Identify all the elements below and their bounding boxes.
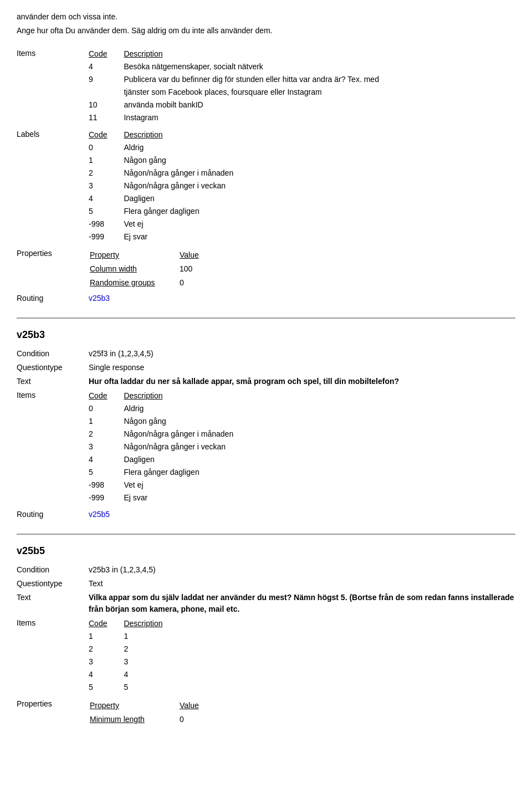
section-v25b3: v25b3 Condition v25f3 in (1,2,3,4,5) Que…	[17, 327, 515, 520]
v25b3-condition-row: Condition v25f3 in (1,2,3,4,5)	[17, 348, 515, 360]
code-cell: 5	[89, 466, 124, 479]
labels-table: Code Description 0Aldrig1Någon gång2Någo…	[89, 129, 244, 243]
v25b3-questiontype-label: Questiontype	[17, 362, 89, 373]
description-cell: 2	[124, 643, 173, 656]
table-row: 55	[89, 681, 174, 694]
v25b5-condition-value: v25b3 in (1,2,3,4,5)	[89, 564, 515, 576]
table-row: 1Någon gång	[89, 154, 244, 167]
items-header-code: Code	[89, 48, 124, 60]
code-cell: 0	[89, 141, 124, 154]
v25b3-routing-content: v25b5	[89, 509, 515, 520]
v25b5-items-label: Items	[17, 617, 89, 696]
table-row: 4Dagligen	[89, 453, 244, 466]
table-row: Minimum length0	[90, 713, 216, 726]
v25b5-items-table: Code Description 1122334455	[89, 617, 174, 694]
v25b5-items-header-row: Code Description	[89, 617, 174, 630]
code-cell: 0	[89, 402, 124, 415]
description-cell: tjänster som Facebook places, foursquare…	[124, 86, 390, 99]
v25b5-items-header-code: Code	[89, 617, 124, 630]
v25b3-routing-label: Routing	[17, 509, 89, 520]
labels-content: Code Description 0Aldrig1Någon gång2Någo…	[89, 129, 515, 245]
routing-link[interactable]: v25b3	[89, 294, 110, 303]
description-cell: Ej svar	[124, 231, 244, 243]
v25b5-condition-label: Condition	[17, 564, 89, 576]
description-cell: Vet ej	[124, 479, 244, 491]
properties-row: Properties Property Value Column width10…	[17, 248, 515, 290]
table-row: 22	[89, 643, 174, 656]
code-cell: 1	[89, 415, 124, 428]
v25b5-properties-row: Properties Property Value Minimum length…	[17, 698, 515, 727]
v25b3-condition-label: Condition	[17, 348, 89, 360]
description-cell: Någon gång	[124, 154, 244, 167]
v25b5-questiontype-label: Questiontype	[17, 578, 89, 590]
table-row: 3Någon/några gånger i veckan	[89, 180, 244, 192]
properties-table: Property Value Column width100Randomise …	[89, 248, 217, 290]
table-row: 9Publicera var du befinner dig för stund…	[89, 73, 390, 86]
v25b3-routing-link[interactable]: v25b5	[89, 510, 110, 519]
code-cell: 2	[89, 167, 124, 180]
routing-value: v25b3	[89, 293, 515, 304]
code-cell: 9	[89, 73, 124, 86]
v25b5-items-row: Items Code Description 1122334455	[17, 617, 515, 696]
properties-header-value: Value	[180, 249, 216, 262]
properties-content: Property Value Column width100Randomise …	[89, 248, 515, 290]
v25b5-properties-header-value: Value	[180, 699, 216, 712]
v25b5-text-label: Text	[17, 592, 89, 615]
intro-text1: använder dem och vissa inte.	[17, 11, 515, 23]
code-cell: 1	[89, 630, 124, 643]
table-row: Randomise groups0	[90, 277, 216, 289]
v25b3-questiontype-row: Questiontype Single response	[17, 362, 515, 373]
v25b3-items-header-description: Description	[124, 390, 244, 402]
description-cell: 4	[124, 668, 173, 681]
table-row: tjänster som Facebook places, foursquare…	[89, 86, 390, 99]
value-cell: 0	[180, 277, 216, 289]
description-cell: 1	[124, 630, 173, 643]
v25b5-questiontype-value: Text	[89, 578, 515, 590]
v25b3-items-content: Code Description 0Aldrig1Någon gång2Någo…	[89, 390, 515, 506]
section-v25b5: v25b5 Condition v25b3 in (1,2,3,4,5) Que…	[17, 544, 515, 727]
description-cell: använda mobilt bankID	[124, 99, 390, 111]
code-cell: -999	[89, 231, 124, 243]
description-cell: 5	[124, 681, 173, 694]
description-cell: Aldrig	[124, 402, 244, 415]
code-cell: -998	[89, 218, 124, 231]
table-row: 1Någon gång	[89, 415, 244, 428]
v25b3-items-header-row: Code Description	[89, 390, 244, 402]
description-cell: Dagligen	[124, 192, 244, 205]
code-cell: 4	[89, 668, 124, 681]
v25b5-items-header-description: Description	[124, 617, 173, 630]
code-cell: 4	[89, 60, 124, 73]
v25b5-properties-header-row: Property Value	[90, 699, 216, 712]
v25b5-properties-table: Property Value Minimum length0	[89, 698, 217, 727]
items-content: Code Description 4Besöka nätgemenskaper,…	[89, 48, 515, 126]
v25b5-text-row: Text Vilka appar som du själv laddat ner…	[17, 592, 515, 615]
table-row: 5Flera gånger dagligen	[89, 205, 244, 218]
description-cell: Publicera var du befinner dig för stunde…	[124, 73, 390, 86]
code-cell: 11	[89, 111, 124, 124]
description-cell: Besöka nätgemenskaper, socialt nätverk	[124, 60, 390, 73]
v25b3-items-label: Items	[17, 390, 89, 506]
code-cell: 3	[89, 441, 124, 453]
description-cell: Instagram	[124, 111, 390, 124]
table-row: -998Vet ej	[89, 218, 244, 231]
description-cell: Flera gånger dagligen	[124, 466, 244, 479]
labels-header-code: Code	[89, 129, 124, 141]
labels-label: Labels	[17, 129, 89, 245]
code-cell: 3	[89, 180, 124, 192]
intro-line2: Ange hur ofta Du använder dem. Säg aldri…	[17, 25, 515, 37]
labels-row: Labels Code Description 0Aldrig1Någon gå…	[17, 129, 515, 245]
properties-header-property: Property	[90, 249, 178, 262]
value-cell: 0	[180, 713, 216, 726]
property-cell: Minimum length	[90, 713, 178, 726]
v25b5-properties-header-property: Property	[90, 699, 178, 712]
v25b5-condition-row: Condition v25b3 in (1,2,3,4,5)	[17, 564, 515, 576]
description-cell: Aldrig	[124, 141, 244, 154]
code-cell: 1	[89, 154, 124, 167]
properties-header-row: Property Value	[90, 249, 216, 262]
v25b3-questiontype-value: Single response	[89, 362, 515, 373]
v25b3-routing-row: Routing v25b5	[17, 509, 515, 520]
v25b3-text-row: Text Hur ofta laddar du ner så kallade a…	[17, 376, 515, 387]
code-cell: 3	[89, 656, 124, 668]
divider-2	[17, 534, 515, 535]
v25b5-questiontype-row: Questiontype Text	[17, 578, 515, 590]
